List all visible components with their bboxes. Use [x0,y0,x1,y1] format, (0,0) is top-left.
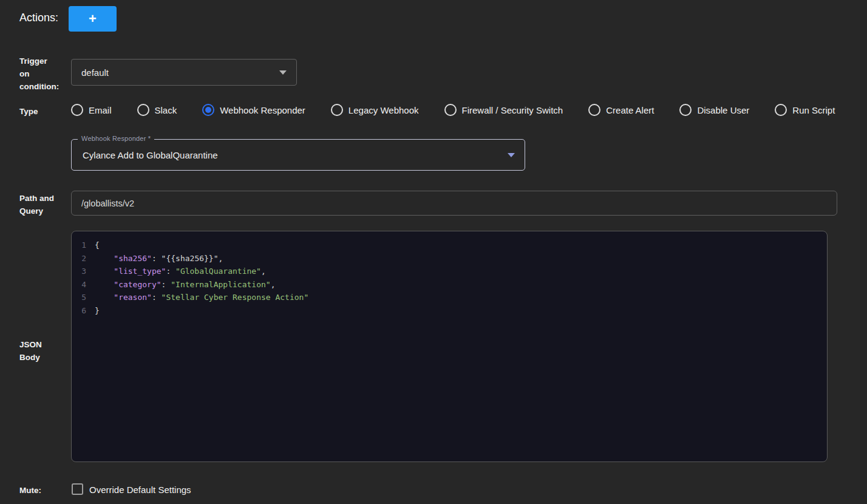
code-line: 1{ [72,239,827,252]
radio-icon [679,104,692,116]
line-number: 4 [72,278,95,291]
type-radio-group: Email Slack Webhook Responder Legacy Web… [71,102,835,118]
override-checkbox[interactable] [72,483,83,495]
radio-icon [137,104,149,116]
trigger-condition-select[interactable]: default [71,59,297,86]
line-number: 3 [72,265,95,278]
radio-email[interactable]: Email [71,104,112,116]
radio-label: Firewall / Security Switch [462,105,563,115]
code-line: 3 "list_type": "GlobalQuarantine", [72,265,827,278]
trigger-condition-label: Trigger on condition: [19,55,59,93]
override-checkbox-label: Override Default Settings [89,485,191,495]
code-line: 4 "category": "InternalApplication", [72,278,827,291]
chevron-down-icon [508,153,515,157]
type-label: Type [19,105,38,118]
radio-slack[interactable]: Slack [137,104,177,116]
line-number: 1 [72,239,95,252]
mute-label: Mute: [19,484,41,497]
radio-icon [331,104,343,116]
path-query-input[interactable] [71,191,837,216]
radio-icon [588,104,600,116]
code-line: 6} [72,304,827,318]
code-line: 5 "reason": "Stellar Cyber Response Acti… [72,291,827,304]
radio-icon [775,104,787,116]
trigger-condition-value: default [81,67,109,78]
radio-label: Slack [155,105,177,115]
chevron-down-icon [279,70,287,75]
radio-label: Legacy Webhook [348,105,419,115]
actions-label: Actions: [19,12,58,24]
radio-create-alert[interactable]: Create Alert [588,104,654,116]
radio-disable-user[interactable]: Disable User [679,104,749,116]
radio-icon [71,104,83,116]
radio-label: Create Alert [606,105,654,115]
radio-label: Disable User [697,105,749,115]
path-query-label: Path and Query [19,192,54,217]
radio-icon [202,104,214,116]
webhook-responder-float-label: Webhook Responder * [78,135,154,142]
line-number: 5 [72,291,95,304]
radio-label: Webhook Responder [220,105,305,115]
line-number: 2 [72,252,95,265]
line-number: 6 [72,304,95,318]
code-lines: 1{2 "sha256": "{{sha256}}",3 "list_type"… [72,239,827,317]
webhook-responder-select[interactable]: Webhook Responder * Cylance Add to Globa… [71,139,525,171]
radio-run-script[interactable]: Run Script [775,104,835,116]
json-body-editor[interactable]: 1{2 "sha256": "{{sha256}}",3 "list_type"… [71,231,828,462]
radio-label: Run Script [792,105,835,115]
radio-firewall-security-switch[interactable]: Firewall / Security Switch [444,104,563,116]
json-body-label: JSON Body [19,338,42,364]
radio-legacy-webhook[interactable]: Legacy Webhook [331,104,419,116]
action-config-panel: Actions: + Trigger on condition: default… [0,0,867,504]
code-line: 2 "sha256": "{{sha256}}", [72,252,827,265]
webhook-responder-value: Cylance Add to GlobalQuarantine [83,150,218,160]
add-action-button[interactable]: + [69,6,117,32]
radio-icon [444,104,457,116]
radio-label: Email [89,105,112,115]
radio-webhook-responder[interactable]: Webhook Responder [202,104,305,116]
